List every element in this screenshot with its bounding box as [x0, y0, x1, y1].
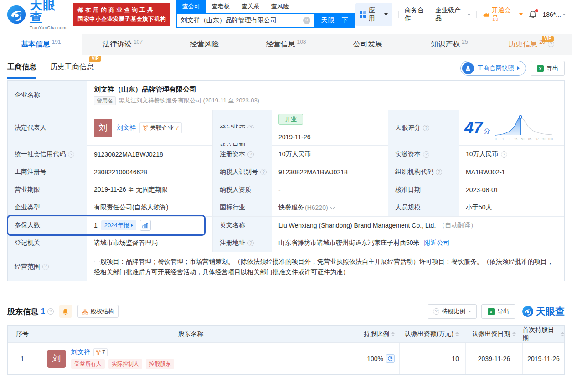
help-icon[interactable]: ? — [68, 151, 74, 158]
official-snapshot-button[interactable]: 工商官网快照 — [460, 61, 526, 76]
tab-count: 20 — [539, 39, 545, 45]
search-tab-company[interactable]: 查公司 — [176, 0, 206, 13]
tianyancha-logo-icon — [522, 305, 534, 317]
tab-company-development[interactable]: 公司发展 — [327, 34, 408, 55]
help-icon[interactable]: ? — [423, 151, 429, 158]
col-subscribed-amount[interactable]: 认缴出资额(万元) — [399, 330, 465, 338]
search-input[interactable] — [177, 17, 303, 24]
shareholders-table: 序号 股东名称 持股比例 认缴出资额(万元) 认缴出资日期 首次持股日期 1 — [7, 325, 565, 375]
tab-operating-info[interactable]: 经营信息108 — [245, 34, 327, 55]
reg-number-label: 工商注册号 — [8, 163, 87, 181]
col-subscribed-date[interactable]: 认缴出资日期 — [465, 330, 522, 338]
insured-count: 1 — [94, 222, 98, 229]
help-icon[interactable]: ? — [436, 169, 442, 175]
col-ratio[interactable]: 持股比例 — [345, 330, 399, 338]
tab-basic-info[interactable]: 基本信息191 — [0, 34, 82, 55]
arrow-right-icon — [131, 224, 133, 227]
help-icon[interactable]: ? — [548, 41, 554, 47]
network-icon — [143, 125, 148, 131]
help-icon[interactable]: ? — [47, 308, 54, 315]
nav-membership[interactable]: 开通会员 — [483, 6, 522, 23]
ratio-filter-label: 持股比例 — [442, 307, 465, 316]
tab-legal-litigation[interactable]: 法律诉讼107 — [82, 34, 163, 55]
nav-cooperation[interactable]: 商务合作 — [405, 6, 429, 23]
former-name: 黑龙江刘文祥餐饮服务有限公司 (2019-11 至 2023-03) — [119, 97, 259, 105]
svg-text:15: 15 — [514, 137, 518, 141]
company-name-label: 企业名称 — [8, 81, 87, 110]
subtab-label: 历史工商信息 — [50, 63, 94, 71]
tab-intellectual-property[interactable]: 知识产权25 — [408, 34, 490, 55]
monitor-bell-button[interactable] — [59, 305, 72, 318]
tab-label: 经营信息 — [266, 40, 295, 49]
svg-text:50: 50 — [521, 137, 525, 141]
col-index: 序号 — [8, 330, 37, 338]
nearby-companies-link[interactable]: 附近公司 — [424, 239, 450, 247]
establish-date: 2019-11-26 — [272, 128, 388, 146]
export-button[interactable]: x 导出 — [531, 61, 565, 76]
search-button[interactable]: 天眼一下 — [315, 13, 355, 28]
business-info-table: 企业名称 刘文祥（山东）品牌管理有限公司 曾用名 黑龙江刘文祥餐饮服务有限公司 … — [7, 80, 565, 281]
related-count-badge[interactable]: 7 — [93, 348, 108, 356]
legal-rep-link[interactable]: 刘文祥 — [117, 124, 136, 132]
help-icon[interactable]: ? — [501, 151, 507, 158]
shareholder-name-link[interactable]: 刘文祥 — [71, 348, 90, 356]
search-tab-boss[interactable]: 查老板 — [206, 0, 236, 13]
reg-authority: 诸城市市场监督管理局 — [87, 234, 212, 252]
business-term: 2019-11-26 至 无固定期限 — [87, 181, 212, 199]
export-label: 导出 — [497, 307, 509, 316]
clear-search-icon[interactable]: × — [303, 17, 310, 24]
col-first-hold-date[interactable]: 首次持股日期 — [522, 326, 564, 342]
tab-operating-risk[interactable]: 经营风险 — [164, 34, 245, 55]
membership-label: 开通会员 — [492, 6, 516, 23]
subtab-business-info[interactable]: 工商信息 — [7, 62, 36, 79]
help-icon[interactable]: ? — [423, 125, 429, 131]
pie-icon — [388, 356, 393, 361]
tab-count: 107 — [134, 39, 143, 45]
shareholder-avatar[interactable]: 刘 — [47, 350, 66, 368]
pie-chart-button[interactable] — [386, 354, 395, 363]
help-icon[interactable]: ? — [260, 169, 267, 175]
org-code: MA1BWJ02-1 — [459, 163, 564, 181]
brand-name: 天眼查 — [536, 305, 565, 318]
annual-report-badge[interactable]: 2024年报 — [101, 220, 136, 230]
bar-chart-icon — [142, 223, 148, 229]
reg-capital-label: 注册资本? — [212, 146, 272, 163]
tag-beneficial-owner: 受益所有人 — [71, 359, 105, 369]
industry-name: 快餐服务 — [278, 204, 304, 212]
svg-text:0: 0 — [495, 137, 497, 141]
search-tab-relation[interactable]: 查关系 — [236, 0, 265, 13]
tianyancha-logo[interactable]: 天眼查 TianYanCha.com — [6, 0, 68, 30]
tab-label: 公司发展 — [353, 40, 382, 49]
taxpayer-quality: - — [272, 181, 388, 199]
shareholders-export-button[interactable]: x 导出 — [481, 304, 515, 319]
tab-count: 108 — [297, 39, 306, 45]
nav-enterprise-products[interactable]: 企业级产品 — [435, 6, 470, 23]
related-companies-badge[interactable]: 关联企业 7 — [139, 122, 182, 133]
help-icon[interactable]: ? — [247, 240, 254, 246]
account-menu[interactable]: 186*... — [543, 11, 566, 18]
insured-trend-button[interactable] — [140, 220, 151, 231]
search-tab-risk[interactable]: 查风险 — [265, 0, 295, 13]
equity-structure-button[interactable]: 股权结构 — [77, 305, 119, 318]
paid-capital: 10万人民币? — [459, 146, 564, 163]
sort-icon — [455, 332, 459, 336]
tab-label: 历史信息 — [508, 40, 537, 49]
industry-value[interactable]: 快餐服务 (H6220) — [272, 199, 388, 216]
ratio-value: 100% — [367, 355, 383, 362]
subtab-history-business-info[interactable]: VIP 历史工商信息 — [50, 62, 94, 79]
org-code-label: 组织机构代码? — [388, 163, 459, 181]
col-name: 股东名称 — [37, 330, 345, 338]
help-icon: ? — [433, 308, 439, 315]
legal-rep-avatar[interactable]: 刘 — [94, 119, 112, 137]
ratio-filter-button[interactable]: ? 持股比例 — [428, 304, 477, 319]
tab-history-info[interactable]: VIP 历史信息20 ? — [490, 34, 572, 55]
apps-menu[interactable]: 应用 — [355, 3, 392, 26]
related-companies-count: 7 — [175, 124, 179, 131]
notifications-bell[interactable] — [529, 10, 537, 19]
help-icon[interactable]: ? — [42, 264, 49, 270]
svg-text:97: 97 — [536, 137, 539, 141]
sort-icon — [561, 332, 564, 336]
shareholders-table-header: 序号 股东名称 持股比例 认缴出资额(万元) 认缴出资日期 首次持股日期 — [8, 326, 564, 342]
help-icon[interactable]: ? — [247, 151, 254, 158]
related-companies-label: 关联企业 — [150, 124, 174, 132]
